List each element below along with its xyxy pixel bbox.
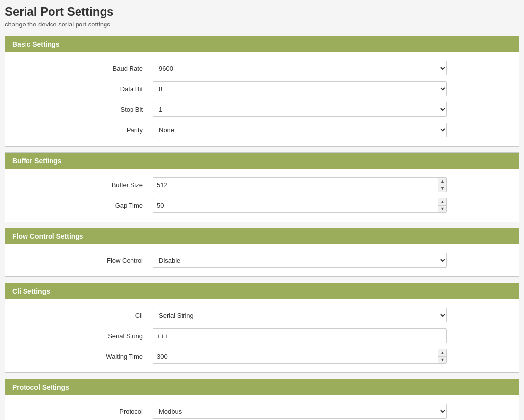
page-subtitle: change the device serial port settings <box>5 21 519 28</box>
flow-control-body: Flow Control Disable RTS/CTS XON/XOFF <box>5 244 519 276</box>
data-bit-label: Data Bit <box>15 85 153 93</box>
flow-control-select[interactable]: Disable RTS/CTS XON/XOFF <box>153 253 447 268</box>
cli-select[interactable]: Serial String Telnet None <box>153 308 447 322</box>
buffer-size-spinner-group: ▲ ▼ <box>438 178 446 192</box>
gap-time-spinner-group: ▲ ▼ <box>438 198 446 212</box>
buffer-size-up-button[interactable]: ▲ <box>438 178 446 185</box>
serial-string-control <box>153 328 447 343</box>
protocol-select[interactable]: Modbus None RAW <box>153 404 447 419</box>
gap-time-input[interactable] <box>153 198 447 213</box>
serial-string-row: Serial String <box>5 325 519 346</box>
flow-control-section: Flow Control Settings Flow Control Disab… <box>5 228 519 277</box>
buffer-settings-section: Buffer Settings Buffer Size ▲ ▼ Gap Time <box>5 152 519 222</box>
baud-rate-select[interactable]: 300 600 1200 2400 4800 9600 19200 38400 … <box>153 61 447 75</box>
baud-rate-control: 300 600 1200 2400 4800 9600 19200 38400 … <box>153 61 447 75</box>
flow-control-row: Flow Control Disable RTS/CTS XON/XOFF <box>5 250 519 271</box>
protocol-settings-header: Protocol Settings <box>5 379 519 395</box>
stop-bit-select[interactable]: 1 2 <box>153 102 447 117</box>
cli-settings-body: Cli Serial String Telnet None Serial Str… <box>5 299 519 372</box>
stop-bit-control: 1 2 <box>153 102 447 117</box>
buffer-size-down-button[interactable]: ▼ <box>438 185 446 192</box>
cli-settings-header: Cli Settings <box>5 283 519 299</box>
cli-settings-section: Cli Settings Cli Serial String Telnet No… <box>5 283 519 373</box>
gap-time-up-button[interactable]: ▲ <box>438 198 446 206</box>
waiting-time-up-button[interactable]: ▲ <box>438 349 446 357</box>
data-bit-control: 5 6 7 8 <box>153 81 447 96</box>
cli-label: Cli <box>15 312 153 319</box>
serial-string-input[interactable] <box>153 328 447 343</box>
flow-control-control: Disable RTS/CTS XON/XOFF <box>153 253 447 268</box>
buffer-size-row: Buffer Size ▲ ▼ <box>5 174 519 195</box>
protocol-control: Modbus None RAW <box>153 404 447 419</box>
waiting-time-input[interactable] <box>153 349 447 364</box>
gap-time-spinner: ▲ ▼ <box>153 198 447 213</box>
buffer-size-label: Buffer Size <box>15 181 153 189</box>
waiting-time-control: ▲ ▼ <box>153 349 447 364</box>
waiting-time-spinner-group: ▲ ▼ <box>438 349 446 363</box>
baud-rate-label: Baud Rate <box>15 65 153 72</box>
buffer-size-control: ▲ ▼ <box>153 177 447 192</box>
gap-time-label: Gap Time <box>15 202 153 209</box>
data-bit-select[interactable]: 5 6 7 8 <box>153 81 447 96</box>
protocol-settings-body: Protocol Modbus None RAW <box>5 395 519 420</box>
waiting-time-spinner: ▲ ▼ <box>153 349 447 364</box>
flow-control-label: Flow Control <box>15 257 153 264</box>
flow-control-header: Flow Control Settings <box>5 228 519 244</box>
parity-row: Parity None Even Odd Mark Space <box>5 120 519 140</box>
parity-label: Parity <box>15 126 153 134</box>
page-title: Serial Port Settings <box>5 5 519 19</box>
buffer-settings-body: Buffer Size ▲ ▼ Gap Time <box>5 169 519 222</box>
parity-select[interactable]: None Even Odd Mark Space <box>153 123 447 137</box>
gap-time-down-button[interactable]: ▼ <box>438 206 446 213</box>
buffer-size-input[interactable] <box>153 177 447 192</box>
parity-control: None Even Odd Mark Space <box>153 123 447 137</box>
cli-control: Serial String Telnet None <box>153 308 447 322</box>
buffer-size-spinner: ▲ ▼ <box>153 177 447 192</box>
basic-settings-body: Baud Rate 300 600 1200 2400 4800 9600 19… <box>5 52 519 146</box>
basic-settings-section: Basic Settings Baud Rate 300 600 1200 24… <box>5 36 519 147</box>
waiting-time-row: Waiting Time ▲ ▼ <box>5 346 519 367</box>
protocol-settings-section: Protocol Settings Protocol Modbus None R… <box>5 379 519 420</box>
buffer-settings-header: Buffer Settings <box>5 153 519 169</box>
protocol-label: Protocol <box>15 408 153 415</box>
serial-string-label: Serial String <box>15 332 153 340</box>
stop-bit-row: Stop Bit 1 2 <box>5 99 519 120</box>
gap-time-row: Gap Time ▲ ▼ <box>5 195 519 216</box>
waiting-time-down-button[interactable]: ▼ <box>438 357 446 364</box>
gap-time-control: ▲ ▼ <box>153 198 447 213</box>
basic-settings-header: Basic Settings <box>5 36 519 52</box>
data-bit-row: Data Bit 5 6 7 8 <box>5 78 519 99</box>
protocol-row: Protocol Modbus None RAW <box>5 401 519 420</box>
page-wrapper: Serial Port Settings change the device s… <box>0 0 524 420</box>
stop-bit-label: Stop Bit <box>15 106 153 113</box>
waiting-time-label: Waiting Time <box>15 353 153 360</box>
baud-rate-row: Baud Rate 300 600 1200 2400 4800 9600 19… <box>5 58 519 78</box>
cli-row: Cli Serial String Telnet None <box>5 305 519 325</box>
